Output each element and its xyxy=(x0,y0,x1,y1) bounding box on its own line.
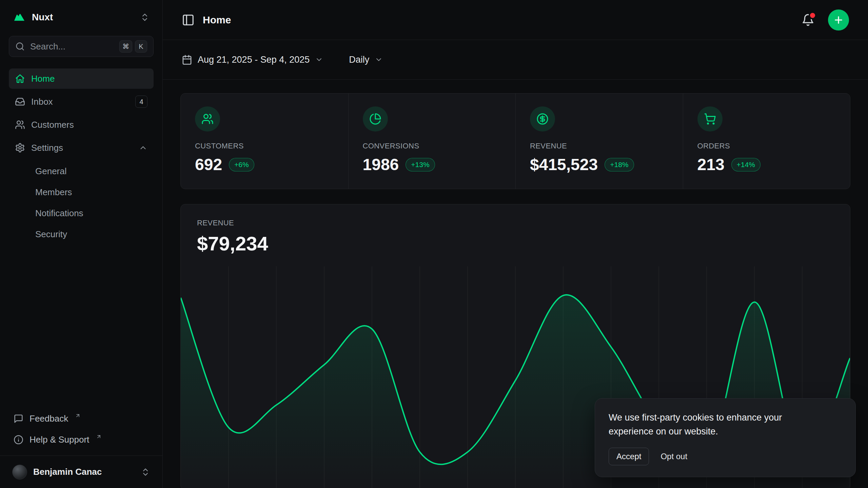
stat-value: 692 xyxy=(195,155,222,174)
chevron-down-icon xyxy=(315,56,323,64)
chevron-up-down-icon xyxy=(141,467,150,477)
accept-cookies-button[interactable]: Accept xyxy=(609,448,649,465)
sidebar-item-label: Settings xyxy=(31,143,63,153)
interval-label: Daily xyxy=(349,55,369,65)
interval-select[interactable]: Daily xyxy=(349,55,383,65)
stat-conversions[interactable]: CONVERSIONS 1986 +13% xyxy=(348,94,516,189)
sidebar-item-label: General xyxy=(35,166,67,177)
footer-item-label: Feedback xyxy=(29,413,68,424)
sidebar-item-settings[interactable]: Settings xyxy=(9,138,154,158)
search-icon xyxy=(15,42,25,51)
stat-label: CONVERSIONS xyxy=(363,142,501,150)
date-range-label: Aug 21, 2025 - Sep 4, 2025 xyxy=(198,55,310,65)
search-input[interactable]: Search... ⌘ K xyxy=(9,36,154,57)
cookie-consent-toast: We use first-party cookies to enhance yo… xyxy=(595,398,856,477)
pie-chart-icon xyxy=(363,106,388,131)
inbox-count-badge: 4 xyxy=(135,96,147,108)
sidebar-item-members[interactable]: Members xyxy=(9,182,154,203)
info-circle-icon xyxy=(14,435,23,445)
chevron-up-down-icon xyxy=(140,13,150,22)
top-bar: Home xyxy=(163,0,868,40)
shopping-cart-icon xyxy=(697,106,723,131)
search-placeholder: Search... xyxy=(30,41,65,52)
sidebar-item-home[interactable]: Home xyxy=(9,68,154,89)
stat-label: CUSTOMERS xyxy=(195,142,334,150)
stat-label: REVENUE xyxy=(530,142,669,150)
stat-delta-badge: +18% xyxy=(605,158,634,171)
revenue-chart-label: REVENUE xyxy=(197,219,834,227)
settings-children: General Members Notifications Security xyxy=(9,161,154,245)
home-icon xyxy=(15,74,25,84)
stat-delta-badge: +13% xyxy=(406,158,435,171)
stat-customers[interactable]: CUSTOMERS 692 +6% xyxy=(181,94,348,189)
stat-value: $415,523 xyxy=(530,155,598,174)
cookie-message: We use first-party cookies to enhance yo… xyxy=(609,411,805,438)
dollar-circle-icon xyxy=(530,106,555,131)
workspace-selector[interactable]: Nuxt xyxy=(9,7,154,27)
brand-name: Nuxt xyxy=(32,12,134,23)
chevron-up-icon xyxy=(139,143,147,152)
kbd-meta: ⌘ xyxy=(119,40,132,53)
sidebar-item-customers[interactable]: Customers xyxy=(9,115,154,135)
kbd-k: K xyxy=(135,40,147,53)
sidebar-item-label: Customers xyxy=(31,120,74,130)
filters-toolbar: Aug 21, 2025 - Sep 4, 2025 Daily xyxy=(163,40,868,80)
stat-delta-badge: +14% xyxy=(731,158,761,171)
sidebar-item-notifications[interactable]: Notifications xyxy=(9,203,154,224)
stat-orders[interactable]: ORDERS 213 +14% xyxy=(683,94,850,189)
chat-bubble-icon xyxy=(14,414,23,424)
date-range-button[interactable]: Aug 21, 2025 - Sep 4, 2025 xyxy=(182,55,323,65)
plus-icon xyxy=(833,15,844,25)
gear-icon xyxy=(15,143,25,153)
sidebar-item-label: Members xyxy=(35,187,72,198)
revenue-chart-value: $79,234 xyxy=(197,232,834,255)
users-icon xyxy=(195,106,220,131)
sidebar-item-label: Security xyxy=(35,229,67,240)
help-support-link[interactable]: Help & Support xyxy=(9,429,154,450)
notification-dot xyxy=(810,13,815,18)
stat-value: 1986 xyxy=(363,155,399,174)
page-title: Home xyxy=(203,14,231,26)
external-link-icon xyxy=(75,413,81,419)
notifications-button[interactable] xyxy=(802,14,814,26)
avatar xyxy=(12,465,27,480)
chevron-down-icon xyxy=(375,56,383,64)
optout-cookies-button[interactable]: Opt out xyxy=(659,448,689,465)
sidebar-nav: Home Inbox 4 Customers Settings General … xyxy=(9,68,154,245)
stat-value: 213 xyxy=(697,155,725,174)
sidebar-item-security[interactable]: Security xyxy=(9,224,154,245)
stats-summary-card: CUSTOMERS 692 +6% CONVERSIONS 1986 +13% xyxy=(180,93,850,189)
user-name: Benjamin Canac xyxy=(33,467,135,477)
external-link-icon xyxy=(96,434,102,440)
sidebar-item-label: Notifications xyxy=(35,208,83,219)
sidebar-toggle-icon[interactable] xyxy=(182,14,195,26)
users-icon xyxy=(15,120,25,130)
stat-delta-badge: +6% xyxy=(229,158,254,171)
calendar-icon xyxy=(182,55,192,65)
sidebar-item-label: Inbox xyxy=(31,97,53,107)
stat-revenue[interactable]: REVENUE $415,523 +18% xyxy=(515,94,683,189)
inbox-icon xyxy=(15,97,25,107)
add-button[interactable] xyxy=(828,9,849,30)
sidebar-item-general[interactable]: General xyxy=(9,161,154,182)
user-menu[interactable]: Benjamin Canac xyxy=(0,455,162,488)
footer-item-label: Help & Support xyxy=(29,434,89,445)
search-shortcut: ⌘ K xyxy=(119,40,147,53)
sidebar-footer: Feedback Help & Support xyxy=(9,408,154,455)
sidebar-item-inbox[interactable]: Inbox 4 xyxy=(9,92,154,112)
stat-label: ORDERS xyxy=(697,142,836,150)
sidebar-item-label: Home xyxy=(31,74,55,84)
sidebar: Nuxt Search... ⌘ K Home Inbox 4 Cu xyxy=(0,0,163,488)
feedback-link[interactable]: Feedback xyxy=(9,408,154,429)
nuxt-logo-icon xyxy=(13,11,26,24)
